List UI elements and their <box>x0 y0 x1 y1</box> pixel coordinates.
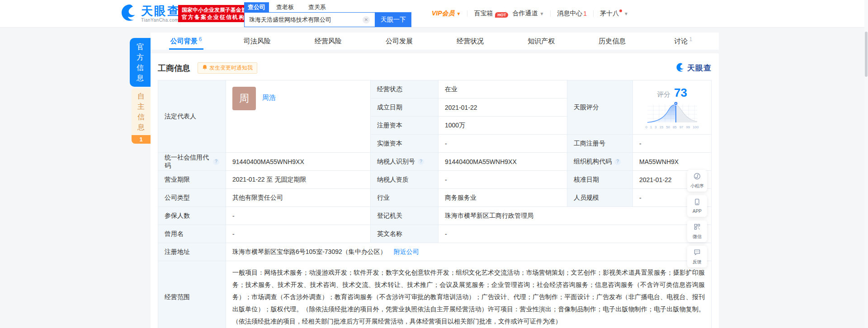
side-tab-self-info[interactable]: 自主信息 1 <box>132 88 151 144</box>
taxpayer-quality-value: - <box>439 171 567 189</box>
toolbox-menu-item[interactable]: 百宝箱 ▼ HOT <box>467 9 505 18</box>
cell-value: - <box>445 230 447 238</box>
staff-size-label: 人员规模 <box>567 189 633 207</box>
qr-code-icon <box>693 223 701 232</box>
cell-value: - <box>639 194 642 201</box>
vip-menu-item[interactable]: VIP会员 ▼ <box>425 9 467 18</box>
cell-label: 注册地址 <box>165 248 190 256</box>
tab-operation-risk[interactable]: 经营风险 <box>292 33 363 50</box>
scrollbar-track <box>864 0 868 328</box>
search-tab-company[interactable]: 查公司 <box>244 2 269 12</box>
cell-label: 公司类型 <box>165 194 190 202</box>
cooperation-menu-item[interactable]: 合作通道 ▼ <box>506 9 550 18</box>
search-tab-relation[interactable]: 查关系 <box>305 2 330 12</box>
legal-rep-name-link[interactable]: 周浩 <box>262 94 276 102</box>
tab-label: 经营风险 <box>315 37 342 46</box>
tab-operating-status[interactable]: 经营状况 <box>435 33 506 50</box>
reg-capital-value: 1000万 <box>439 117 567 135</box>
side-tab-official-info[interactable]: 官方信息 <box>130 38 151 87</box>
tab-history-info[interactable]: 历史信息 <box>577 33 648 50</box>
axis-tick: 15 <box>659 125 663 129</box>
cell-label: 实缴资本 <box>377 140 402 148</box>
company-type-label: 公司类型 <box>158 189 226 207</box>
cell-value: 在业 <box>445 85 458 94</box>
paid-capital-value: - <box>439 135 567 153</box>
search-area: 查公司 查老板 查关系 ✕ 天眼一下 <box>244 3 411 27</box>
cell-value: - <box>232 212 235 220</box>
cell-label: 经营范围 <box>165 293 190 301</box>
cell-label: 登记机关 <box>377 212 402 220</box>
english-name-label: 英文名称 <box>371 225 439 243</box>
watermark-text: 天眼查 <box>687 63 712 73</box>
scrollbar-thumb[interactable] <box>865 32 868 77</box>
help-icon[interactable]: ? <box>213 159 219 165</box>
tianyan-score-cell[interactable]: 评分 73 <box>633 80 711 135</box>
score-bell-curve-chart <box>646 101 699 125</box>
message-center-menu-item[interactable]: 消息中心 1 <box>551 9 593 18</box>
biz-term-value: 2021-01-22 至 无固定期限 <box>226 171 371 189</box>
tab-intellectual-property[interactable]: 知识产权 <box>506 33 577 50</box>
cell-label: 曾用名 <box>165 230 184 238</box>
chevron-down-icon: ▼ <box>539 11 544 16</box>
org-code-value: MA55WNH9X <box>633 153 711 171</box>
tab-label: 经营状况 <box>457 37 484 46</box>
mini-program-button[interactable]: 小程序 <box>687 170 707 192</box>
notify-on-change-button[interactable]: 发生变更时通知我 <box>198 62 257 74</box>
message-center-label: 消息中心 <box>557 9 582 18</box>
tab-label: 公司发展 <box>386 37 413 46</box>
credit-code-label: 统一社会信用代码 ? <box>158 153 226 171</box>
cell-label: 行业 <box>377 194 390 202</box>
search-button[interactable]: 天眼一下 <box>375 12 411 27</box>
avatar[interactable]: 周 <box>232 87 256 110</box>
help-icon[interactable]: ? <box>418 159 424 165</box>
tab-company-development[interactable]: 公司发展 <box>363 33 434 50</box>
axis-tick: 3 <box>655 125 656 129</box>
feedback-button[interactable]: 反馈 <box>687 246 707 267</box>
official-info-label: 官方信息 <box>137 42 144 83</box>
cell-value: 一般项目：网络技术服务；动漫游戏开发；软件开发；数字文化创意软件开发；组织文化艺… <box>232 267 705 328</box>
industry-value: 商务服务业 <box>439 189 567 207</box>
wechat-qr-button[interactable]: 微信 <box>687 220 707 242</box>
cell-value: 商务服务业 <box>445 194 476 202</box>
company-nav-tabs: 公司背景 6 司法风险 经营风险 公司发展 经营状况 知识产权 历史信息 讨论 … <box>151 33 719 50</box>
message-count-badge: 1 <box>583 10 587 17</box>
axis-tick: 50 <box>666 125 670 129</box>
est-date-label: 成立日期 <box>371 98 439 117</box>
section-title: 工商信息 <box>158 63 190 74</box>
help-icon[interactable]: ? <box>614 159 621 165</box>
certification-line1: 国家中小企业发展子基金旗下 <box>182 6 252 14</box>
float-rail: 小程序 APP 微信 <box>687 170 707 267</box>
axis-tick: 0 <box>646 125 647 129</box>
status-label: 经营状态 <box>371 80 439 98</box>
search-tab-boss[interactable]: 查老板 <box>273 2 297 12</box>
reg-address-value: 珠海市横琴新区宝华路6号105室-73092（集中办公区） 附近公司 <box>226 243 711 261</box>
clear-search-icon[interactable]: ✕ <box>363 16 370 23</box>
chevron-down-icon: ▼ <box>457 11 461 16</box>
cell-value: 91440400MA55WNH9XX <box>445 158 517 165</box>
reg-authority-label: 登记机关 <box>371 207 439 225</box>
tab-company-background[interactable]: 公司背景 6 <box>151 33 222 50</box>
tab-count: 1 <box>689 36 693 42</box>
phone-icon <box>693 198 701 207</box>
tab-label: 司法风险 <box>244 37 271 46</box>
rail-label: APP <box>693 209 702 214</box>
app-download-button[interactable]: APP <box>687 195 707 217</box>
search-input[interactable] <box>244 12 375 27</box>
tianyancha-logo[interactable]: 天眼查 TianYanCha.com <box>121 4 180 23</box>
nearby-companies-link[interactable]: 附近公司 <box>394 248 419 256</box>
user-menu-item[interactable]: 茅十八 ▼ <box>594 9 635 18</box>
paid-capital-label: 实缴资本 <box>371 135 439 153</box>
tab-discussion[interactable]: 讨论 1 <box>648 33 719 50</box>
insured-count-value: - <box>226 207 371 225</box>
business-info-card: 工商信息 发生变更时通知我 天眼查 <box>151 53 719 328</box>
insured-count-label: 参保人数 <box>158 207 226 225</box>
page: 天眼查 TianYanCha.com 国家中小企业发展子基金旗下 官方备案企业征… <box>0 0 868 328</box>
bell-icon <box>202 65 208 71</box>
reg-capital-label: 注册资本 <box>371 117 439 135</box>
cell-label: 天眼评分 <box>574 103 599 112</box>
self-info-count-badge: 1 <box>132 135 151 144</box>
tab-judicial-risk[interactable]: 司法风险 <box>222 33 292 50</box>
rail-label: 反馈 <box>693 259 702 265</box>
tianyan-score-label: 天眼评分 <box>567 80 633 135</box>
cell-value: 其他有限责任公司 <box>232 194 283 202</box>
